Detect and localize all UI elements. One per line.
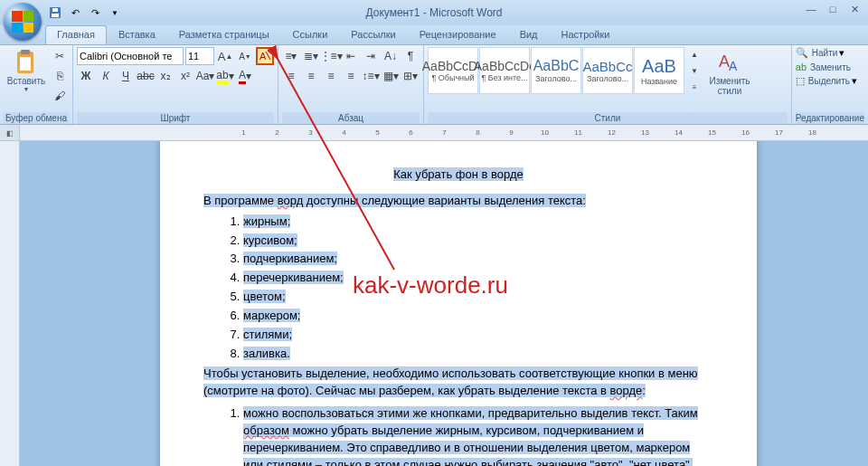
line-spacing-icon[interactable]: ↕≡▾ [362, 67, 380, 85]
ribbon-tabs: Главная Вставка Разметка страницы Ссылки… [0, 25, 868, 45]
tab-page-layout[interactable]: Разметка страницы [167, 25, 281, 44]
group-styles: AaBbCcDc¶ Обычный AaBbCcDc¶ Без инте... … [424, 45, 792, 124]
list-item: заливка. [243, 346, 713, 363]
style-heading2[interactable]: AaBbCcЗаголово... [582, 47, 633, 94]
shading-icon[interactable]: ▦▾ [382, 67, 400, 85]
font-size-combo[interactable]: 11 [185, 47, 214, 65]
format-painter-icon[interactable]: 🖌 [51, 87, 69, 105]
tab-insert[interactable]: Вставка [107, 25, 167, 44]
superscript-button[interactable]: x² [176, 67, 194, 85]
bold-button[interactable]: Ж [77, 67, 95, 85]
strike-button[interactable]: abc [137, 67, 155, 85]
align-left-icon[interactable]: ≡ [282, 67, 300, 85]
align-right-icon[interactable]: ≡ [322, 67, 340, 85]
highlight-color-button[interactable]: ab▾ [216, 67, 234, 85]
list-item: стилями; [243, 327, 713, 344]
change-case-button[interactable]: Aa▾ [196, 67, 214, 85]
group-paragraph: ≡▾ ≣▾ ⋮≡▾ ⇤ ⇥ A↓ ¶ ≡ ≡ ≡ ≡ ↕≡▾ ▦▾ ⊞▾ Абз… [278, 45, 424, 124]
maximize-button[interactable]: □ [823, 2, 843, 16]
font-color-button[interactable]: A▾ [236, 67, 254, 85]
paste-button[interactable]: Вставить ▼ [4, 47, 49, 94]
find-icon: 🔍 [796, 47, 808, 59]
style-no-spacing[interactable]: AaBbCcDc¶ Без инте... [479, 47, 530, 94]
svg-rect-1 [52, 14, 59, 17]
doc-list1: жирным; курсивом; подчеркиванием; перече… [203, 214, 713, 363]
list-item: жирным; [243, 214, 713, 231]
list-item: можно воспользоваться этими же кнопками,… [243, 405, 713, 466]
increase-indent-icon[interactable]: ⇥ [362, 47, 380, 65]
tab-references[interactable]: Ссылки [281, 25, 340, 44]
doc-para2: Чтобы установить выделение, необходимо и… [203, 366, 713, 400]
change-styles-icon: AA [716, 49, 743, 76]
tab-review[interactable]: Рецензирование [408, 25, 508, 44]
grow-font-icon[interactable]: A▲ [216, 47, 234, 65]
undo-icon[interactable]: ↶ [67, 5, 83, 21]
italic-button[interactable]: К [97, 67, 115, 85]
tab-mailings[interactable]: Рассылки [339, 25, 407, 44]
close-button[interactable]: ✕ [844, 2, 864, 16]
svg-rect-2 [52, 8, 58, 12]
styles-up-icon[interactable]: ▲ [688, 47, 701, 62]
title-bar: ↶ ↷ ▼ Документ1 - Microsoft Word — □ ✕ [0, 0, 868, 25]
clear-formatting-icon[interactable]: A [256, 47, 274, 65]
minimize-button[interactable]: — [801, 2, 821, 16]
styles-gallery[interactable]: AaBbCcDc¶ Обычный AaBbCcDc¶ Без инте... … [428, 47, 684, 94]
numbering-icon[interactable]: ≣▾ [302, 47, 320, 65]
group-editing: 🔍Найти▾ abЗаменить ⬚Выделить▾ Редактиров… [792, 45, 868, 124]
window-title: Документ1 - Microsoft Word [365, 6, 502, 19]
document-area: Как убрать фон в ворде В программе ворд … [0, 141, 868, 466]
paste-icon [13, 49, 40, 76]
save-icon[interactable] [47, 5, 63, 21]
list-item: цветом; [243, 289, 713, 306]
doc-list2: можно воспользоваться этими же кнопками,… [203, 405, 713, 466]
cut-icon[interactable]: ✂ [51, 47, 69, 65]
list-item: подчеркиванием; [243, 251, 713, 268]
select-button[interactable]: ⬚Выделить▾ [796, 75, 857, 87]
ruler-corner[interactable]: ◧ [0, 125, 20, 141]
multilevel-icon[interactable]: ⋮≡▾ [322, 47, 340, 65]
svg-rect-4 [21, 50, 30, 54]
tab-addins[interactable]: Настройки [550, 25, 622, 44]
change-styles-button[interactable]: AA Изменить стили [703, 47, 757, 98]
horizontal-ruler[interactable]: ◧ 123456789101112131415161718 [0, 125, 868, 141]
copy-icon[interactable]: ⎘ [51, 67, 69, 85]
svg-text:A: A [259, 51, 267, 62]
style-heading1[interactable]: AaBbCЗаголово... [531, 47, 581, 94]
align-center-icon[interactable]: ≡ [302, 67, 320, 85]
list-item: перечеркиванием; [243, 270, 713, 287]
group-clipboard: Вставить ▼ ✂ ⎘ 🖌 Буфер обмена [0, 45, 73, 124]
borders-icon[interactable]: ⊞▾ [401, 67, 420, 85]
font-family-combo[interactable]: Calibri (Основной те [77, 47, 184, 65]
style-normal[interactable]: AaBbCcDc¶ Обычный [428, 47, 478, 94]
redo-icon[interactable]: ↷ [87, 5, 103, 21]
list-item: маркером; [243, 308, 713, 325]
list-item: курсивом; [243, 233, 713, 250]
underline-button[interactable]: Ч [117, 67, 135, 85]
page[interactable]: Как убрать фон в ворде В программе ворд … [160, 141, 757, 466]
shrink-font-icon[interactable]: A▼ [236, 47, 254, 65]
subscript-button[interactable]: x₂ [156, 67, 175, 85]
replace-icon: ab [796, 62, 807, 72]
sort-icon[interactable]: A↓ [382, 47, 400, 65]
justify-icon[interactable]: ≡ [342, 67, 360, 85]
find-button[interactable]: 🔍Найти▾ [796, 47, 845, 59]
group-font: Calibri (Основной те 11 A▲ A▼ A Ж К Ч ab… [73, 45, 278, 124]
tab-home[interactable]: Главная [45, 25, 107, 44]
ribbon: Вставить ▼ ✂ ⎘ 🖌 Буфер обмена Calibri (О… [0, 45, 868, 125]
tab-view[interactable]: Вид [508, 25, 550, 44]
show-marks-icon[interactable]: ¶ [401, 47, 420, 65]
style-title[interactable]: AaBНазвание [634, 47, 684, 94]
doc-intro: В программе ворд доступны следующие вари… [203, 193, 713, 210]
svg-rect-5 [20, 57, 31, 71]
select-icon: ⬚ [796, 75, 805, 87]
replace-button[interactable]: abЗаменить [796, 62, 851, 72]
bullets-icon[interactable]: ≡▾ [282, 47, 300, 65]
decrease-indent-icon[interactable]: ⇤ [342, 47, 360, 65]
quick-access-toolbar: ↶ ↷ ▼ [47, 5, 123, 21]
office-button[interactable] [4, 3, 42, 41]
doc-heading: Как убрать фон в ворде [203, 166, 713, 184]
qat-dropdown-icon[interactable]: ▼ [107, 5, 123, 21]
styles-down-icon[interactable]: ▼ [688, 63, 701, 78]
vertical-ruler[interactable] [0, 141, 20, 466]
styles-more-icon[interactable]: ≡ [688, 80, 701, 94]
